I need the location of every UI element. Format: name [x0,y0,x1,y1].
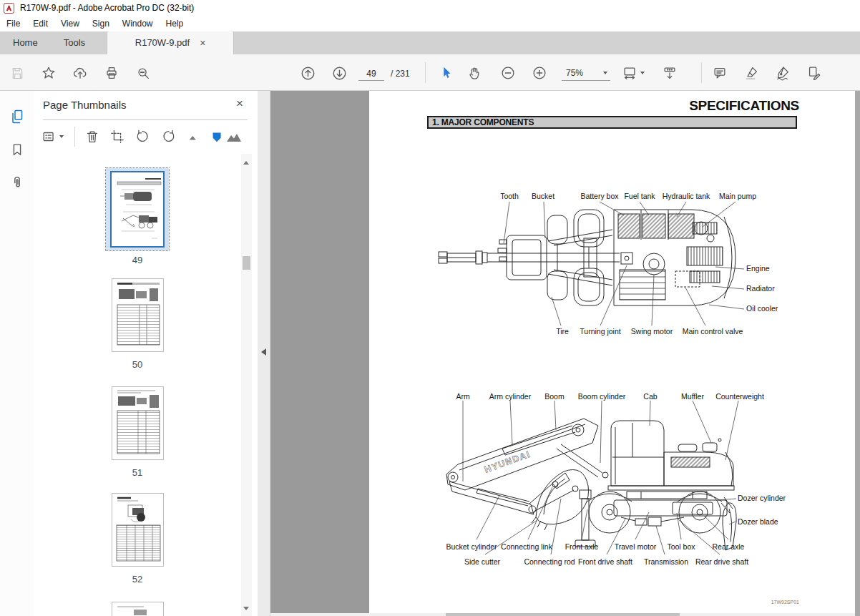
diagram-label: Tool box [667,542,695,551]
crop-pages-icon[interactable] [109,128,126,145]
thumbnail-options-icon[interactable] [41,128,58,145]
vertical-scrollbar[interactable] [855,91,860,616]
select-tool-icon[interactable] [438,64,455,82]
scrollbar-thumb[interactable] [243,256,250,270]
favorite-star-icon[interactable] [40,64,57,82]
diagram-label: Front drive shaft [578,557,632,566]
thumbnail-page-number: 51 [104,467,170,478]
menu-help[interactable]: Help [160,16,190,31]
scroll-up-icon[interactable] [243,161,249,165]
thumbnail-page-51[interactable]: 51 [104,383,170,478]
fill-sign-tool-icon[interactable] [774,64,791,82]
title-bar: R170W-9.pdf - Adobe Acrobat Pro DC (32-b… [0,0,860,16]
tab-document-title: R170W-9.pdf [135,31,190,54]
delete-pages-icon[interactable] [84,128,101,145]
diagram-label: Arm cylinder [489,392,531,401]
panel-close-icon[interactable]: × [236,97,243,109]
thumbnails-scrollbar[interactable] [241,154,252,616]
diagram-label: Hydraulic tank [663,192,710,200]
zoom-level-value: 75% [566,68,583,78]
share-cloud-icon[interactable] [72,64,89,82]
attachments-rail-icon[interactable] [8,173,26,192]
toolbar-divider [425,62,426,83]
menu-sign[interactable]: Sign [86,16,116,31]
next-page-icon[interactable] [331,64,348,82]
page-thumbnails-panel: Page Thumbnails × [34,91,258,616]
page-header: SPECIFICATIONS [689,98,799,114]
scroll-down-icon[interactable] [243,607,249,610]
rotate-clockwise-icon[interactable] [160,128,177,145]
edit-pdf-tool-icon[interactable] [806,64,823,82]
window-title: R170W-9.pdf - Adobe Acrobat Pro DC (32-b… [20,3,194,13]
diagram-label: Engine [746,264,770,273]
caret-down-icon [603,72,607,74]
diagram-label: Muffler [681,392,704,401]
thumbnail-page-preview [110,171,165,248]
zoom-level-dropdown[interactable]: 75% [562,65,610,81]
thumbnail-page-preview [112,278,164,352]
navigation-rail [0,91,34,616]
thumbnail-page-preview [112,493,164,567]
menu-edit[interactable]: Edit [26,16,54,31]
caret-down-icon[interactable] [59,135,64,138]
thumbnail-page-53[interactable] [104,599,170,616]
acrobat-window: R170W-9.pdf - Adobe Acrobat Pro DC (32-b… [0,0,860,616]
scrollbar-thumb[interactable] [446,613,680,616]
pdf-page: HYUNDAI [369,91,855,613]
menu-file[interactable]: File [0,16,26,31]
thumbnail-page-50[interactable]: 50 [104,275,170,370]
thumbnail-page-number: 49 [104,255,170,265]
diagram-label: Battery box [580,192,618,200]
zoom-in-icon[interactable] [531,64,548,82]
diagram-label: Main pump [719,192,756,200]
tab-home[interactable]: Home [0,31,51,54]
reduce-thumbnails-icon[interactable] [186,128,203,145]
diagram-label: Dozer cylinder [738,494,786,502]
diagram-label: Arm [456,392,469,401]
diagram-label: Swing motor [631,327,673,336]
toolbar-divider [701,62,702,83]
tab-tools[interactable]: Tools [51,31,98,54]
tab-document[interactable]: R170W-9.pdf × [107,31,234,54]
diagram-label: Tire [556,327,569,336]
document-area: HYUNDAI [258,91,860,616]
diagram-label: Oil cooler [746,304,778,313]
diagram-label: Bucket cylinder [446,542,497,551]
print-icon[interactable] [103,64,120,82]
menu-window[interactable]: Window [116,16,160,31]
hand-tool-icon[interactable] [466,64,484,82]
thumbnail-size-slider-icon[interactable] [209,128,226,145]
excavator-diagrams: HYUNDAI [369,91,855,613]
thumbnail-page-preview [112,602,164,616]
thumbnail-page-52[interactable]: 52 [104,490,170,585]
collapse-panel-icon[interactable] [261,348,266,356]
bookmarks-rail-icon[interactable] [8,140,26,159]
menu-view[interactable]: View [54,16,86,31]
main-toolbar: / 231 75% [0,54,860,91]
save-icon[interactable] [9,64,26,82]
diagram-label: Front axle [565,542,599,551]
rotate-counterclockwise-icon[interactable] [134,128,151,145]
search-icon[interactable] [135,64,152,82]
page-total-label: / 231 [391,69,410,79]
diagram-label: Connecting link [501,542,552,551]
panel-collapse-strip[interactable] [258,91,270,616]
horizontal-scrollbar[interactable] [270,613,855,616]
thumbnail-page-49[interactable]: 49 [104,168,170,265]
enlarge-thumbnails-icon[interactable] [225,128,243,145]
diagram-label: Boom [544,392,564,401]
comment-tool-icon[interactable] [711,64,728,82]
previous-page-icon[interactable] [299,64,316,82]
page-thumbnails-rail-icon[interactable] [8,107,26,126]
tab-close-icon[interactable]: × [200,38,205,48]
diagram-label: Connecting rod [524,557,575,566]
diagram-label: Radiator [746,284,775,293]
page-fit-icon[interactable] [621,64,638,82]
page-number-input[interactable] [358,67,384,81]
diagram-label: Turning joint [580,327,620,336]
caret-down-icon[interactable] [640,72,645,74]
zoom-out-icon[interactable] [499,64,517,82]
highlight-tool-icon[interactable] [743,64,760,82]
scroll-mode-icon[interactable] [661,64,678,82]
acrobat-logo-icon [4,3,14,14]
